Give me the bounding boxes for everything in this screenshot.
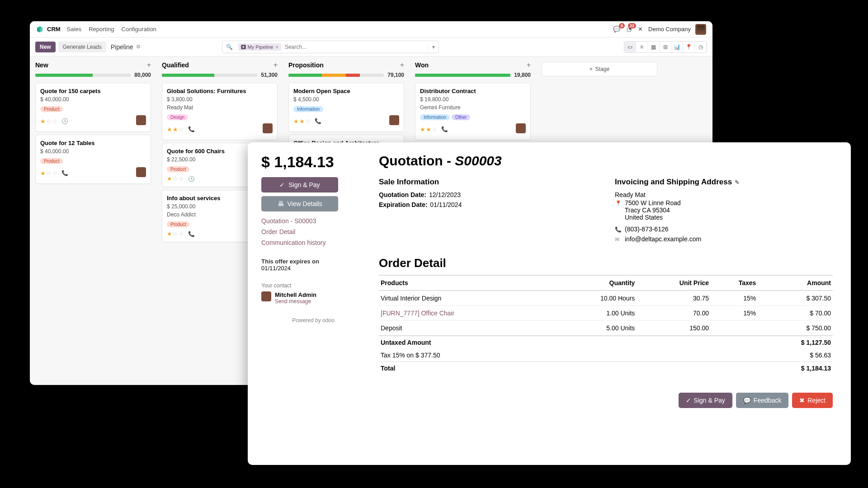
card-priority[interactable]: ★☆☆ — [167, 230, 184, 237]
activities-badge: 22 — [628, 23, 636, 28]
close-icon: ✖ — [799, 397, 805, 404]
total-label: Untaxed Amount — [379, 336, 758, 349]
contact-name: Mitchell Admin — [275, 291, 316, 298]
card-tag: Design — [167, 114, 188, 120]
total-value: $ 1,184.13 — [758, 362, 833, 375]
line-qty: 1.00 Units — [552, 306, 637, 321]
card-amount: $ 3,800.00 — [167, 96, 273, 103]
card-title: Quote for 12 Tables — [40, 140, 146, 146]
add-stage-button[interactable]: +Stage — [542, 62, 657, 76]
line-amount: $ 307.50 — [758, 291, 833, 306]
add-card-icon[interactable]: + — [527, 61, 531, 69]
phone-icon: 📞 — [188, 126, 195, 132]
link-quotation[interactable]: Quotation - S00003 — [261, 216, 365, 227]
view-activity-icon[interactable]: ◷ — [695, 42, 707, 52]
filter-chip-label: My Pipeline — [248, 44, 274, 50]
quote-sidebar: $ 1,184.13 ✓Sign & Pay 🖶View Details Quo… — [261, 153, 365, 454]
view-map-icon[interactable]: 📍 — [683, 42, 695, 52]
line-qty: 10.00 Hours — [552, 291, 637, 306]
check-icon: ✓ — [686, 397, 691, 404]
address-street: 📍7500 W Linne RoadTracy CA 95304United S… — [615, 199, 833, 221]
add-card-icon[interactable]: + — [274, 61, 278, 69]
order-detail-title: Order Detail — [379, 256, 833, 270]
action-reject[interactable]: ✖Reject — [792, 393, 833, 408]
filter-chip[interactable]: ▾ My Pipeline × — [238, 43, 281, 51]
address-name: Ready Mat — [615, 191, 833, 198]
product-link[interactable]: [FURN_7777] Office Chair — [381, 310, 454, 317]
total-label: Tax 15% on $ 377.50 — [379, 349, 758, 362]
quotation-window: $ 1,184.13 ✓Sign & Pay 🖶View Details Quo… — [248, 142, 851, 465]
column-progress — [288, 74, 384, 77]
generate-leads-button[interactable]: Generate Leads — [58, 42, 106, 52]
view-graph-icon[interactable]: 📊 — [671, 42, 683, 52]
app-brand[interactable]: CRM — [47, 26, 61, 33]
card-priority[interactable]: ★★☆ — [293, 118, 311, 125]
plus-icon: + — [590, 66, 593, 72]
chip-remove-icon[interactable]: × — [275, 44, 278, 50]
contact-label: Your contact — [261, 282, 365, 289]
link-communication[interactable]: Communication history — [261, 238, 365, 249]
action-feedback[interactable]: 💬Feedback — [736, 393, 788, 408]
link-order-detail[interactable]: Order Detail — [261, 227, 365, 238]
column-title: Qualified — [162, 61, 274, 69]
action-sign-pay[interactable]: ✓Sign & Pay — [679, 393, 732, 408]
gear-icon[interactable]: ⚙ — [136, 44, 141, 50]
check-icon: ✓ — [279, 181, 285, 188]
kanban-column: New+80,000Quote for 150 carpets$ 40,000.… — [30, 59, 156, 245]
line-tax — [711, 321, 758, 336]
messages-icon[interactable]: 💬6 — [613, 26, 620, 33]
new-button[interactable]: New — [35, 42, 56, 52]
company-name[interactable]: Demo Company — [648, 26, 691, 33]
view-calendar-icon[interactable]: ▦ — [648, 42, 660, 52]
send-message-link[interactable]: Send message — [275, 298, 316, 305]
add-card-icon[interactable]: + — [147, 61, 151, 69]
user-avatar[interactable] — [695, 24, 706, 35]
add-card-icon[interactable]: + — [400, 61, 404, 69]
search-dropdown-icon[interactable]: ▾ — [428, 44, 439, 50]
column-progress — [162, 74, 257, 77]
card-title: Quote for 150 carpets — [40, 88, 146, 94]
order-total-row: Tax 15% on $ 377.50$ 56.63 — [379, 349, 833, 362]
total-value: $ 1,127.50 — [758, 336, 833, 349]
view-kanban-icon[interactable]: ▭ — [624, 42, 636, 52]
kanban-card[interactable]: Modern Open Space$ 4,500.00Information★★… — [288, 83, 404, 132]
card-amount: $ 19,800.00 — [420, 96, 526, 103]
search-box[interactable]: 🔍 ▾ My Pipeline × ▾ — [222, 41, 439, 53]
card-avatar — [263, 123, 273, 133]
tools-icon[interactable]: ✕ — [638, 26, 643, 33]
view-pivot-icon[interactable]: ⊞ — [660, 42, 671, 52]
card-priority[interactable]: ★★☆ — [420, 126, 438, 133]
activities-icon[interactable]: ◔22 — [627, 26, 632, 33]
kanban-card[interactable]: Global Solutions: Furnitures$ 3,800.00Re… — [162, 83, 278, 140]
search-icon: 🔍 — [222, 44, 236, 50]
menu-configuration[interactable]: Configuration — [122, 26, 156, 33]
col-amount: Amount — [758, 275, 833, 291]
print-icon: 🖶 — [278, 200, 284, 207]
card-priority[interactable]: ★★☆ — [167, 126, 184, 133]
line-tax: 15% — [711, 306, 758, 321]
card-subtitle: Ready Mat — [167, 104, 273, 111]
card-avatar — [389, 115, 399, 125]
menu-reporting[interactable]: Reporting — [89, 26, 114, 33]
card-priority[interactable]: ★☆☆ — [167, 175, 184, 182]
kanban-card[interactable]: Quote for 150 carpets$ 40,000.00Product★… — [35, 83, 151, 132]
kanban-card[interactable]: Distributor Contract$ 19,800.00Gemini Fu… — [415, 83, 531, 140]
card-priority[interactable]: ★☆☆ — [40, 170, 58, 177]
sign-pay-button[interactable]: ✓Sign & Pay — [261, 177, 338, 192]
menu-sales[interactable]: Sales — [67, 26, 82, 33]
order-line: Deposit5.00 Units150.00$ 750.00 — [379, 321, 833, 336]
kanban-card[interactable]: Quote for 12 Tables$ 40,000.00Product★☆☆… — [35, 135, 151, 184]
edit-icon[interactable]: ✎ — [735, 179, 740, 186]
card-tag: Product — [40, 158, 63, 164]
view-list-icon[interactable]: ≡ — [636, 42, 648, 52]
breadcrumb: Pipeline — [111, 43, 133, 51]
col-unit-price: Unit Price — [637, 275, 711, 291]
search-input[interactable] — [281, 44, 428, 50]
card-priority[interactable]: ★☆☆ — [40, 118, 58, 125]
view-details-button[interactable]: 🖶View Details — [261, 196, 338, 211]
line-amount: $ 70.00 — [758, 306, 833, 321]
expiry-date: 01/11/2024 — [261, 265, 365, 272]
phone-icon: 📞 — [441, 126, 448, 132]
line-unit: 30.75 — [637, 291, 711, 306]
phone-icon: 📞 — [615, 225, 621, 233]
